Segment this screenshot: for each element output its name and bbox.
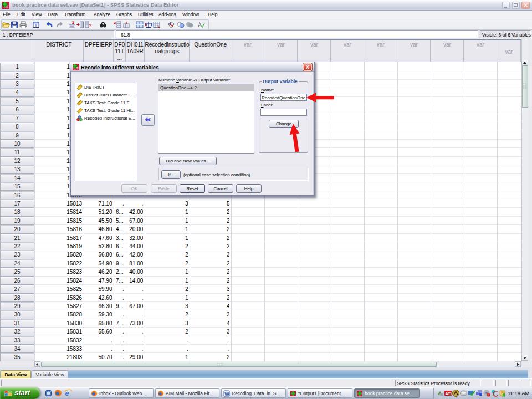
svg-text:W: W xyxy=(224,391,229,396)
svg-text:ATI: ATI xyxy=(445,391,452,396)
svg-text:?: ? xyxy=(89,23,92,28)
